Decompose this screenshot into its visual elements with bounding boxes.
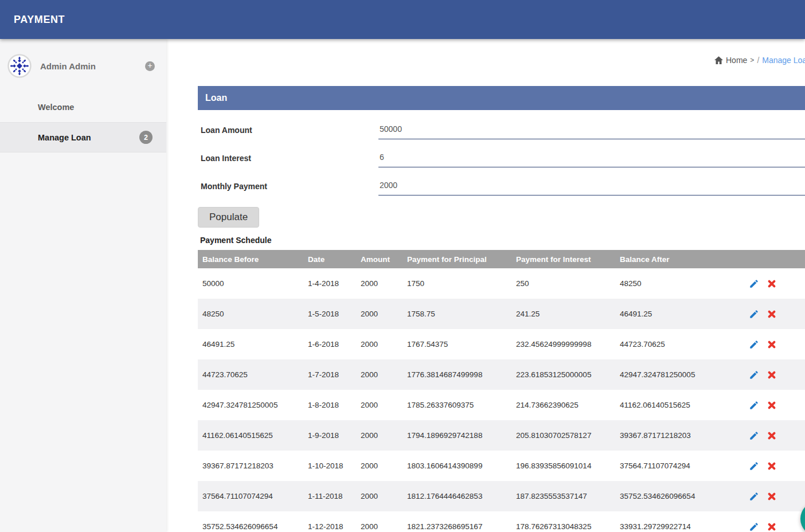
table-row: 37564.711070742941-11-201820001812.17644… [198,481,805,511]
cell-date: 1-12-2018 [303,511,356,532]
edit-button[interactable] [749,370,759,380]
payment-schedule-title: Payment Schedule [200,236,805,245]
delete-button[interactable] [767,310,776,319]
avatar [7,54,32,78]
cell-balance-after: 46491.25 [615,299,744,329]
cell-date: 1-4-2018 [303,268,356,299]
cell-payment-for-interest: 223.61853125000005 [511,359,615,390]
cell-filler [781,481,805,511]
cell-balance-before: 44723.70625 [198,359,303,390]
cell-filler [781,420,805,451]
cell-date: 1-10-2018 [303,451,356,481]
edit-button[interactable] [749,522,759,532]
pencil-icon [749,343,759,351]
column-header-filler [781,250,805,268]
loan-panel-header: Loan [198,86,805,110]
x-icon [767,464,776,472]
cell-filler [781,299,805,329]
delete-button[interactable] [767,370,776,380]
table-row: 39367.871712182031-10-201820001803.16064… [198,451,805,481]
edit-button[interactable] [749,309,759,319]
sidebar-item-label: Welcome [38,103,74,112]
column-header-balance-after: Balance After [615,250,744,268]
x-icon [767,342,776,351]
cell-payment-for-interest: 196.83935856091014 [511,451,615,481]
cell-filler [781,451,805,481]
cell-amount: 2000 [356,451,402,481]
cell-payment-for-principal: 1750 [402,268,511,299]
form-row-loan-amount: Loan Amount [198,123,805,139]
cell-balance-before: 39367.87171218203 [198,451,303,481]
table-row: 482501-5-201820001758.75241.2546491.25 [198,299,805,329]
delete-button[interactable] [767,461,776,471]
sidebar-item-manage-loan[interactable]: Manage Loan2 [0,122,166,152]
sidebar: Admin Admin + WelcomeManage Loan2 [0,39,166,532]
user-name: Admin Admin [40,61,145,71]
cell-payment-for-principal: 1812.1764446462853 [402,481,511,511]
cell-balance-after: 41162.06140515625 [615,390,744,420]
loan-interest-input[interactable] [378,151,805,167]
cell-filler [781,359,805,390]
cell-amount: 2000 [356,299,402,329]
cell-payment-for-interest: 214.73662390625 [511,390,615,420]
loan-amount-label: Loan Amount [198,123,378,139]
cell-payment-for-interest: 178.76267313048325 [511,511,615,532]
loan-amount-input[interactable] [378,123,805,139]
cell-balance-before: 42947.324781250005 [198,390,303,420]
sidebar-item-label: Manage Loan [38,133,91,142]
delete-button[interactable] [767,279,776,288]
cell-payment-for-interest: 187.8235553537147 [511,481,615,511]
form-row-monthly-payment: Monthly Payment [198,179,805,195]
cell-actions [744,299,781,329]
cell-filler [781,390,805,420]
cell-balance-before: 48250 [198,299,303,329]
populate-button[interactable]: Populate [198,207,259,228]
edit-button[interactable] [749,491,759,502]
cell-payment-for-principal: 1821.2373268695167 [402,511,511,532]
cell-amount: 2000 [356,390,402,420]
cell-actions [744,329,781,359]
cell-balance-after: 33931.29729922714 [615,511,744,532]
breadcrumb-home-link[interactable]: Home [726,56,747,65]
sidebar-item-welcome[interactable]: Welcome [0,92,166,122]
table-row: 42947.3247812500051-8-201820001785.26337… [198,390,805,420]
breadcrumb-current-link[interactable]: Manage Loan [762,56,805,65]
column-header-payment-for-interest: Payment for Interest [511,250,615,268]
pencil-icon [749,525,759,532]
edit-button[interactable] [749,339,759,350]
form-row-loan-interest: Loan Interest [198,151,805,167]
delete-button[interactable] [767,431,776,440]
cell-payment-for-principal: 1758.75 [402,299,511,329]
sidebar-user-block: Admin Admin + [0,39,166,78]
cell-amount: 2000 [356,420,402,451]
panel-title: Loan [205,93,227,103]
delete-button[interactable] [767,401,776,410]
delete-button[interactable] [767,492,776,501]
edit-button[interactable] [749,400,759,410]
loan-interest-label: Loan Interest [198,151,378,167]
cell-actions [744,268,781,299]
plus-icon[interactable]: + [145,61,155,71]
cell-amount: 2000 [356,511,402,532]
pencil-icon [749,282,759,291]
cell-payment-for-principal: 1767.54375 [402,329,511,359]
cell-amount: 2000 [356,268,402,299]
edit-button[interactable] [749,279,759,289]
cell-payment-for-interest: 232.45624999999998 [511,329,615,359]
delete-button[interactable] [767,522,776,531]
pencil-icon [749,404,759,412]
x-icon [767,525,776,532]
count-badge: 2 [139,131,153,144]
pencil-icon [749,312,759,321]
cell-payment-for-principal: 1794.1896929742188 [402,420,511,451]
cell-balance-after: 44723.70625 [615,329,744,359]
delete-button[interactable] [767,340,776,349]
monthly-payment-input[interactable] [378,179,805,195]
column-header-balance-before: Balance Before [198,250,303,268]
cell-date: 1-11-2018 [303,481,356,511]
x-icon [767,312,776,320]
pencil-icon [749,434,759,443]
edit-button[interactable] [749,461,759,471]
cell-payment-for-interest: 241.25 [511,299,615,329]
edit-button[interactable] [749,431,759,441]
